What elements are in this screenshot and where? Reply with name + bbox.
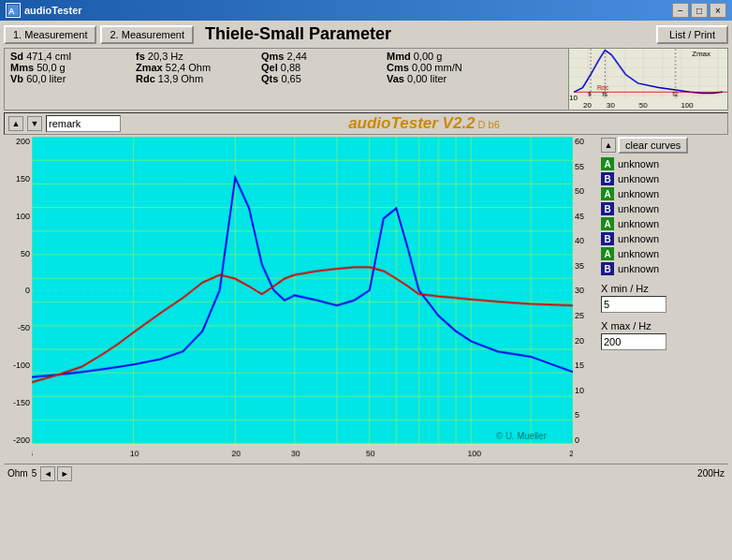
- bottom-bar: Ohm 5 ◄ ► 200Hz: [4, 464, 728, 483]
- scroll-right-button[interactable]: ►: [57, 466, 72, 481]
- param-mmd: Mmd 0,00 g: [387, 51, 508, 62]
- param-mms: Mms 50,0 g: [10, 62, 132, 73]
- params-area: Sd 471,4 cmI fs 20,3 Hz Qms 2,44 Mmd 0,0…: [4, 48, 728, 111]
- curve-item-0: Aunknown: [601, 157, 725, 170]
- params-grid: Sd 471,4 cmI fs 20,3 Hz Qms 2,44 Mmd 0,0…: [5, 49, 568, 110]
- param-cms: Cms 0,00 mm/N: [387, 62, 508, 73]
- curve-badge-3: B: [601, 202, 614, 215]
- curve-name-7: unknown: [618, 263, 659, 274]
- param-sd: Sd 471,4 cmI: [10, 51, 132, 62]
- xmax-input[interactable]: [601, 333, 666, 350]
- curve-item-5: Bunknown: [601, 232, 725, 245]
- xmin-section: X min / Hz: [601, 283, 725, 313]
- arrow-up-button[interactable]: ▲: [8, 116, 23, 131]
- chart-section: 200 150 100 50 0 -50 -100 -150 -200 60 5…: [4, 137, 728, 462]
- curve-name-1: unknown: [618, 173, 659, 184]
- curve-badge-2: A: [601, 187, 614, 200]
- param-vas: Vas 0,00 liter: [387, 73, 508, 84]
- scroll-up-button[interactable]: ▲: [601, 138, 616, 153]
- y-axis-left: 200 150 100 50 0 -50 -100 -150 -200: [4, 137, 30, 462]
- xmax-section: X max / Hz: [601, 320, 725, 350]
- param-zmax: Zmax 52,4 Ohm: [136, 62, 257, 73]
- param-qts: Qts 0,65: [261, 73, 383, 84]
- audiotester-title: audioTester V2.2: [348, 114, 475, 132]
- curve-badge-0: A: [601, 157, 614, 170]
- main-title: Thiele-Small Parameter: [205, 24, 652, 44]
- title-bar: A audioTester − □ ×: [0, 0, 732, 21]
- curve-badge-4: A: [601, 217, 614, 230]
- mini-graph-canvas: [569, 49, 727, 110]
- title-bar-text: audioTester: [24, 5, 672, 16]
- curve-name-4: unknown: [618, 218, 659, 229]
- bottom-scroll: ◄ ►: [40, 466, 72, 481]
- y-axis-right: 60 55 50 45 40 35 30 25 20 15 10 5 0: [575, 137, 595, 462]
- param-fs: fs 20,3 Hz: [136, 51, 257, 62]
- remark-bar: ▲ ▼ audioTester V2.2 D b6: [4, 112, 728, 135]
- list-print-button[interactable]: List / Print: [656, 25, 728, 44]
- curve-item-4: Aunknown: [601, 217, 725, 230]
- version-badge: D b6: [476, 119, 500, 130]
- curve-name-0: unknown: [618, 158, 659, 169]
- scroll-controls: ▲ clear curves: [601, 137, 725, 154]
- arrow-down-button[interactable]: ▼: [27, 116, 42, 131]
- curve-item-7: Bunknown: [601, 262, 725, 275]
- start-hz: 5: [32, 468, 37, 479]
- curve-item-1: Bunknown: [601, 172, 725, 185]
- param-qel: Qel 0,88: [261, 62, 383, 73]
- curve-badge-1: B: [601, 172, 614, 185]
- xmin-label: X min / Hz: [601, 283, 725, 294]
- curve-badge-7: B: [601, 262, 614, 275]
- param-rdc: Rdc 13,9 Ohm: [136, 73, 257, 84]
- curve-badge-5: B: [601, 232, 614, 245]
- curve-item-3: Bunknown: [601, 202, 725, 215]
- curve-item-2: Aunknown: [601, 187, 725, 200]
- title-bar-buttons: − □ ×: [672, 3, 726, 18]
- xmax-label: X max / Hz: [601, 320, 725, 332]
- close-button[interactable]: ×: [710, 3, 726, 18]
- chart-main: [32, 137, 573, 462]
- mini-graph: [568, 49, 727, 110]
- right-panel: ▲ clear curves AunknownBunknownAunknownB…: [597, 137, 728, 462]
- toolbar: 1. Measurement 2. Measurement Thiele-Sma…: [4, 24, 728, 44]
- curve-name-5: unknown: [618, 233, 659, 244]
- maximize-button[interactable]: □: [691, 3, 708, 18]
- clear-curves-button[interactable]: clear curves: [618, 137, 688, 154]
- curve-name-3: unknown: [618, 203, 659, 214]
- param-qms: Qms 2,44: [261, 51, 383, 62]
- svg-text:A: A: [8, 7, 15, 16]
- minimize-button[interactable]: −: [672, 3, 689, 18]
- curve-badge-6: A: [601, 247, 614, 260]
- main-chart-canvas: [32, 137, 573, 462]
- audiotester-label: audioTester V2.2 D b6: [124, 114, 724, 133]
- remark-input[interactable]: [46, 115, 121, 132]
- curve-name-2: unknown: [618, 188, 659, 199]
- app-icon: A: [6, 3, 21, 18]
- measurement2-button[interactable]: 2. Measurement: [100, 25, 193, 44]
- ohm-label: Ohm: [7, 468, 28, 479]
- curve-item-6: Aunknown: [601, 247, 725, 260]
- curve-name-6: unknown: [618, 248, 659, 259]
- end-hz: 200Hz: [697, 468, 725, 479]
- main-content: 1. Measurement 2. Measurement Thiele-Sma…: [0, 21, 732, 487]
- curve-list: AunknownBunknownAunknownBunknownAunknown…: [601, 157, 725, 275]
- xmin-input[interactable]: [601, 296, 666, 313]
- scroll-left-button[interactable]: ◄: [40, 466, 55, 481]
- param-vb: Vb 60,0 liter: [10, 73, 132, 84]
- measurement1-button[interactable]: 1. Measurement: [4, 25, 96, 44]
